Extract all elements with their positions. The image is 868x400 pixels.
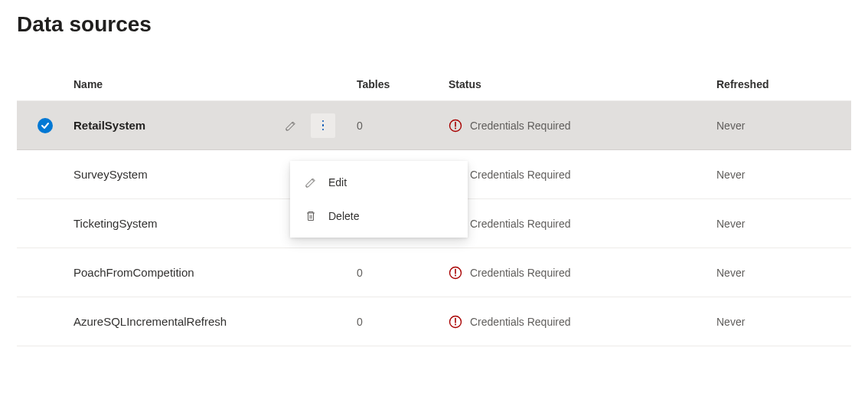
column-header-name[interactable]: Name [73,78,274,90]
row-more-menu-button[interactable] [311,113,335,138]
edit-button[interactable] [279,113,303,138]
pencil-icon [304,176,318,189]
row-name[interactable]: PoachFromCompetition [73,266,274,279]
alert-icon [449,119,462,133]
svg-point-14 [455,323,456,325]
row-refreshed: Never [700,169,851,181]
row-refreshed: Never [700,218,851,230]
menu-item-delete-label: Delete [328,210,359,222]
table-header-row: Name Tables Status Refreshed [17,67,851,101]
row-status-text: Credentials Required [470,169,571,181]
row-status-text: Credentials Required [470,218,571,230]
row-checkmark-icon[interactable] [38,118,53,133]
row-context-menu: Edit Delete [290,161,468,238]
row-name[interactable]: TicketingSystem [73,217,274,230]
table-row[interactable]: RetailSystem0Credentials RequiredNever [17,101,851,150]
row-refreshed: Never [700,316,851,328]
row-name[interactable]: AzureSQLIncrementalRefresh [73,315,274,328]
row-tables-count: 0 [338,120,432,132]
menu-item-edit[interactable]: Edit [290,166,468,199]
row-tables-count: 0 [338,267,432,279]
svg-point-2 [455,127,456,129]
menu-item-edit-label: Edit [328,176,347,189]
row-status-text: Credentials Required [470,120,571,132]
menu-item-delete[interactable]: Delete [290,199,468,233]
column-header-tables[interactable]: Tables [338,78,432,90]
alert-icon [449,266,462,280]
alert-icon [449,315,462,329]
row-name[interactable]: SurveySystem [73,168,274,181]
table-row[interactable]: AzureSQLIncrementalRefresh0Credentials R… [17,297,851,346]
row-refreshed: Never [700,267,851,279]
row-status-text: Credentials Required [470,316,571,328]
trash-icon [304,210,318,222]
row-status-text: Credentials Required [470,267,571,279]
svg-point-11 [455,274,456,276]
table-row[interactable]: PoachFromCompetition0Credentials Require… [17,248,851,297]
column-header-refreshed[interactable]: Refreshed [700,78,851,90]
row-name[interactable]: RetailSystem [73,119,274,132]
row-refreshed: Never [700,120,851,132]
column-header-status[interactable]: Status [432,78,700,90]
vertical-dots-icon [322,120,325,131]
page-title: Data sources [17,12,851,37]
row-tables-count: 0 [338,316,432,328]
